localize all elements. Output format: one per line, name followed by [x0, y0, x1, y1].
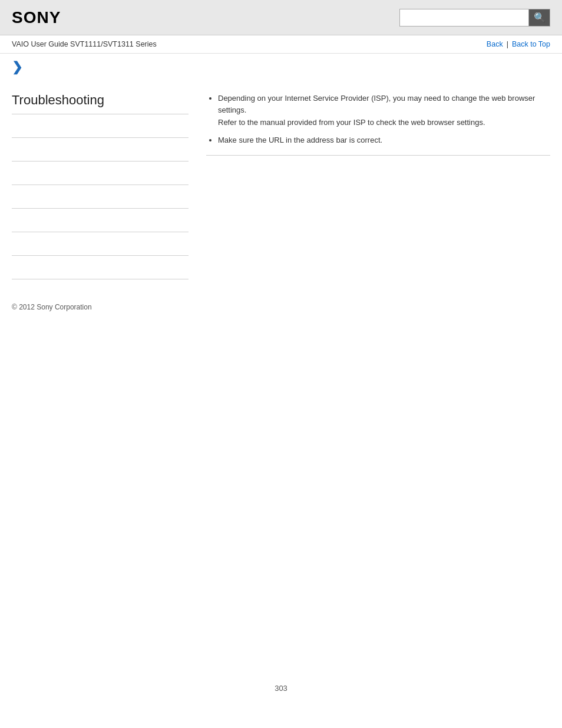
nav-bar: VAIO User Guide SVT1111/SVT1311 Series B…	[0, 35, 562, 54]
bullet-item-2: Make sure the URL in the address bar is …	[218, 136, 382, 144]
list-item: Depending on your Internet Service Provi…	[218, 93, 550, 129]
content-area: Depending on your Internet Service Provi…	[206, 87, 550, 279]
back-link[interactable]: Back	[487, 40, 503, 48]
page-number: 303	[275, 672, 287, 710]
list-item	[12, 209, 189, 232]
search-area: 🔍	[399, 9, 550, 27]
copyright-text: © 2012 Sony Corporation	[12, 303, 92, 311]
footer-copyright: © 2012 Sony Corporation	[0, 291, 562, 317]
list-item	[12, 138, 189, 162]
header: SONY 🔍	[0, 0, 562, 35]
nav-separator: |	[507, 40, 508, 48]
nav-links: Back | Back to Top	[487, 40, 550, 48]
bullet-item-1-sub: Refer to the manual provided from your I…	[218, 117, 550, 129]
sony-logo: SONY	[12, 8, 61, 27]
search-icon: 🔍	[534, 12, 546, 23]
list-item	[12, 114, 189, 138]
list-item	[12, 162, 189, 185]
page-wrapper: SONY 🔍 VAIO User Guide SVT1111/SVT1311 S…	[0, 0, 562, 728]
sidebar-title: Troubleshooting	[12, 93, 189, 114]
list-item	[12, 232, 189, 256]
list-item	[12, 185, 189, 209]
sidebar: Troubleshooting	[12, 87, 189, 279]
main-content: Troubleshooting	[0, 75, 562, 291]
back-to-top-link[interactable]: Back to Top	[512, 40, 550, 48]
chevron-icon: ❯	[12, 60, 22, 74]
list-item: Make sure the URL in the address bar is …	[218, 134, 550, 146]
list-item	[12, 256, 189, 279]
search-input[interactable]	[399, 9, 529, 27]
chevron-area: ❯	[0, 54, 562, 75]
bullet-item-1-main: Depending on your Internet Service Provi…	[218, 94, 535, 114]
search-button[interactable]: 🔍	[529, 9, 550, 27]
guide-title: VAIO User Guide SVT1111/SVT1311 Series	[12, 40, 157, 48]
bullet-list: Depending on your Internet Service Provi…	[206, 93, 550, 146]
content-divider	[206, 155, 550, 156]
